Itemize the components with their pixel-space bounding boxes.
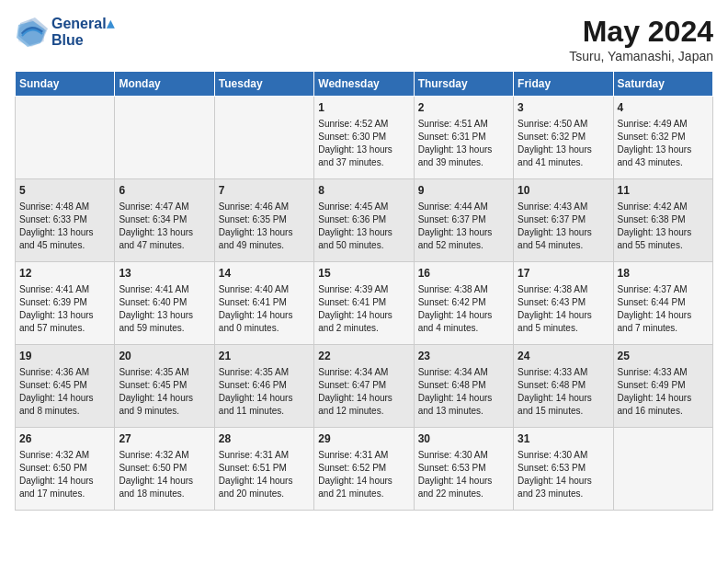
calendar-cell: 3Sunrise: 4:50 AM Sunset: 6:32 PM Daylig… bbox=[514, 97, 613, 179]
day-number: 18 bbox=[618, 266, 709, 282]
day-number: 20 bbox=[119, 349, 210, 364]
calendar-cell: 5Sunrise: 4:48 AM Sunset: 6:33 PM Daylig… bbox=[16, 179, 115, 262]
calendar-cell: 12Sunrise: 4:41 AM Sunset: 6:39 PM Dayli… bbox=[16, 262, 115, 345]
calendar-cell: 19Sunrise: 4:36 AM Sunset: 6:45 PM Dayli… bbox=[16, 345, 115, 428]
header-row: SundayMondayTuesdayWednesdayThursdayFrid… bbox=[16, 72, 713, 97]
day-number: 17 bbox=[518, 266, 609, 282]
day-number: 22 bbox=[318, 349, 409, 364]
calendar-cell bbox=[613, 428, 712, 511]
day-info: Sunrise: 4:33 AM Sunset: 6:48 PM Dayligh… bbox=[518, 366, 609, 418]
day-info: Sunrise: 4:42 AM Sunset: 6:38 PM Dayligh… bbox=[618, 201, 709, 252]
day-info: Sunrise: 4:40 AM Sunset: 6:41 PM Dayligh… bbox=[219, 283, 310, 335]
day-header-friday: Friday bbox=[514, 72, 613, 97]
calendar-cell: 17Sunrise: 4:38 AM Sunset: 6:43 PM Dayli… bbox=[514, 262, 613, 345]
day-number: 19 bbox=[19, 349, 110, 364]
calendar-cell: 11Sunrise: 4:42 AM Sunset: 6:38 PM Dayli… bbox=[613, 179, 712, 262]
calendar-cell: 13Sunrise: 4:41 AM Sunset: 6:40 PM Dayli… bbox=[115, 262, 214, 345]
day-number: 1 bbox=[318, 100, 409, 116]
calendar-cell: 4Sunrise: 4:49 AM Sunset: 6:32 PM Daylig… bbox=[613, 97, 712, 179]
day-number: 29 bbox=[318, 431, 409, 447]
day-info: Sunrise: 4:30 AM Sunset: 6:53 PM Dayligh… bbox=[518, 449, 609, 500]
day-info: Sunrise: 4:35 AM Sunset: 6:46 PM Dayligh… bbox=[219, 366, 310, 418]
day-number: 6 bbox=[119, 183, 210, 199]
day-number: 26 bbox=[19, 431, 110, 447]
calendar-cell: 2Sunrise: 4:51 AM Sunset: 6:31 PM Daylig… bbox=[414, 97, 513, 179]
day-info: Sunrise: 4:30 AM Sunset: 6:53 PM Dayligh… bbox=[418, 449, 509, 500]
day-info: Sunrise: 4:31 AM Sunset: 6:52 PM Dayligh… bbox=[318, 449, 409, 500]
day-info: Sunrise: 4:34 AM Sunset: 6:48 PM Dayligh… bbox=[418, 366, 509, 418]
day-header-monday: Monday bbox=[115, 72, 214, 97]
calendar-cell: 23Sunrise: 4:34 AM Sunset: 6:48 PM Dayli… bbox=[414, 345, 513, 428]
calendar-cell: 24Sunrise: 4:33 AM Sunset: 6:48 PM Dayli… bbox=[514, 345, 613, 428]
logo-icon bbox=[15, 16, 48, 49]
day-info: Sunrise: 4:50 AM Sunset: 6:32 PM Dayligh… bbox=[518, 118, 609, 169]
day-number: 13 bbox=[119, 266, 210, 282]
calendar-cell: 25Sunrise: 4:33 AM Sunset: 6:49 PM Dayli… bbox=[613, 345, 712, 428]
week-row-3: 12Sunrise: 4:41 AM Sunset: 6:39 PM Dayli… bbox=[16, 262, 713, 345]
calendar-table: SundayMondayTuesdayWednesdayThursdayFrid… bbox=[15, 71, 713, 511]
calendar-cell: 15Sunrise: 4:39 AM Sunset: 6:41 PM Dayli… bbox=[314, 262, 414, 345]
day-info: Sunrise: 4:43 AM Sunset: 6:37 PM Dayligh… bbox=[518, 201, 609, 252]
day-info: Sunrise: 4:34 AM Sunset: 6:47 PM Dayligh… bbox=[318, 366, 409, 418]
day-info: Sunrise: 4:46 AM Sunset: 6:35 PM Dayligh… bbox=[219, 201, 310, 252]
calendar-cell: 29Sunrise: 4:31 AM Sunset: 6:52 PM Dayli… bbox=[314, 428, 414, 511]
calendar-cell: 10Sunrise: 4:43 AM Sunset: 6:37 PM Dayli… bbox=[514, 179, 613, 262]
day-info: Sunrise: 4:32 AM Sunset: 6:50 PM Dayligh… bbox=[119, 449, 210, 500]
day-number: 4 bbox=[618, 100, 709, 116]
day-number: 3 bbox=[518, 100, 609, 116]
week-row-5: 26Sunrise: 4:32 AM Sunset: 6:50 PM Dayli… bbox=[16, 428, 713, 511]
calendar-cell: 26Sunrise: 4:32 AM Sunset: 6:50 PM Dayli… bbox=[16, 428, 115, 511]
day-info: Sunrise: 4:38 AM Sunset: 6:43 PM Dayligh… bbox=[518, 283, 609, 335]
day-number: 28 bbox=[219, 431, 310, 447]
day-number: 30 bbox=[418, 431, 509, 447]
day-number: 16 bbox=[418, 266, 509, 282]
day-info: Sunrise: 4:32 AM Sunset: 6:50 PM Dayligh… bbox=[19, 449, 110, 500]
calendar-cell: 21Sunrise: 4:35 AM Sunset: 6:46 PM Dayli… bbox=[214, 345, 313, 428]
logo-text: General▴ Blue bbox=[51, 15, 114, 49]
calendar-cell bbox=[16, 97, 115, 179]
day-info: Sunrise: 4:52 AM Sunset: 6:30 PM Dayligh… bbox=[318, 118, 409, 169]
day-number: 7 bbox=[219, 183, 310, 199]
day-number: 25 bbox=[618, 349, 709, 364]
month-title: May 2024 bbox=[569, 15, 713, 49]
calendar-cell: 28Sunrise: 4:31 AM Sunset: 6:51 PM Dayli… bbox=[214, 428, 313, 511]
day-header-saturday: Saturday bbox=[613, 72, 712, 97]
day-info: Sunrise: 4:33 AM Sunset: 6:49 PM Dayligh… bbox=[618, 366, 709, 418]
day-info: Sunrise: 4:37 AM Sunset: 6:44 PM Dayligh… bbox=[618, 283, 709, 335]
day-number: 5 bbox=[19, 183, 110, 199]
day-number: 2 bbox=[418, 100, 509, 116]
calendar-cell bbox=[115, 97, 214, 179]
day-number: 31 bbox=[518, 431, 609, 447]
day-number: 24 bbox=[518, 349, 609, 364]
page-header: General▴ Blue May 2024 Tsuru, Yamanashi,… bbox=[15, 15, 713, 63]
calendar-cell: 30Sunrise: 4:30 AM Sunset: 6:53 PM Dayli… bbox=[414, 428, 513, 511]
day-number: 12 bbox=[19, 266, 110, 282]
day-info: Sunrise: 4:48 AM Sunset: 6:33 PM Dayligh… bbox=[19, 201, 110, 252]
day-number: 23 bbox=[418, 349, 509, 364]
calendar-cell: 9Sunrise: 4:44 AM Sunset: 6:37 PM Daylig… bbox=[414, 179, 513, 262]
day-header-thursday: Thursday bbox=[414, 72, 513, 97]
day-header-sunday: Sunday bbox=[16, 72, 115, 97]
day-info: Sunrise: 4:41 AM Sunset: 6:40 PM Dayligh… bbox=[119, 283, 210, 335]
day-number: 9 bbox=[418, 183, 509, 199]
day-info: Sunrise: 4:47 AM Sunset: 6:34 PM Dayligh… bbox=[119, 201, 210, 252]
day-number: 8 bbox=[318, 183, 409, 199]
calendar-cell: 31Sunrise: 4:30 AM Sunset: 6:53 PM Dayli… bbox=[514, 428, 613, 511]
day-number: 11 bbox=[618, 183, 709, 199]
day-header-tuesday: Tuesday bbox=[214, 72, 313, 97]
calendar-cell: 8Sunrise: 4:45 AM Sunset: 6:36 PM Daylig… bbox=[314, 179, 414, 262]
calendar-cell: 27Sunrise: 4:32 AM Sunset: 6:50 PM Dayli… bbox=[115, 428, 214, 511]
day-info: Sunrise: 4:31 AM Sunset: 6:51 PM Dayligh… bbox=[219, 449, 310, 500]
day-info: Sunrise: 4:36 AM Sunset: 6:45 PM Dayligh… bbox=[19, 366, 110, 418]
calendar-cell: 7Sunrise: 4:46 AM Sunset: 6:35 PM Daylig… bbox=[214, 179, 313, 262]
logo: General▴ Blue bbox=[15, 15, 114, 49]
day-info: Sunrise: 4:39 AM Sunset: 6:41 PM Dayligh… bbox=[318, 283, 409, 335]
day-info: Sunrise: 4:35 AM Sunset: 6:45 PM Dayligh… bbox=[119, 366, 210, 418]
day-number: 10 bbox=[518, 183, 609, 199]
day-number: 15 bbox=[318, 266, 409, 282]
day-info: Sunrise: 4:41 AM Sunset: 6:39 PM Dayligh… bbox=[19, 283, 110, 335]
day-number: 21 bbox=[219, 349, 310, 364]
week-row-2: 5Sunrise: 4:48 AM Sunset: 6:33 PM Daylig… bbox=[16, 179, 713, 262]
day-info: Sunrise: 4:49 AM Sunset: 6:32 PM Dayligh… bbox=[618, 118, 709, 169]
calendar-cell: 18Sunrise: 4:37 AM Sunset: 6:44 PM Dayli… bbox=[613, 262, 712, 345]
